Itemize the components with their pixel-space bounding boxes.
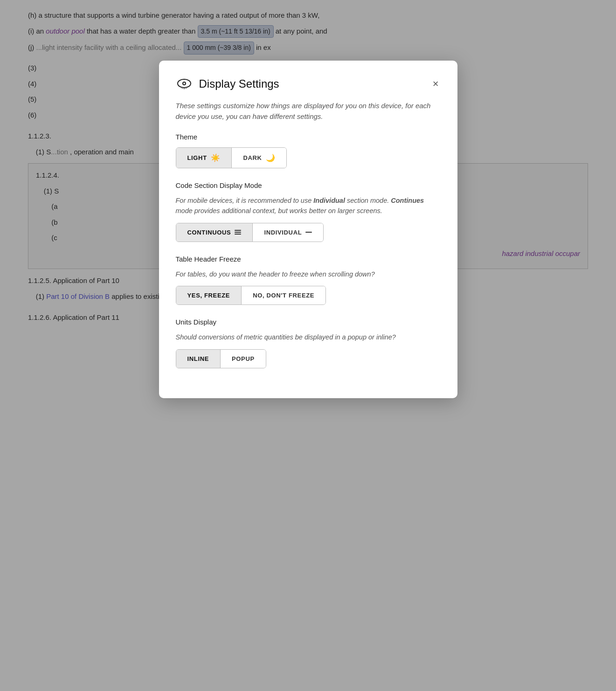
modal-title: Display Settings [199, 77, 279, 90]
individual-button[interactable]: INDIVIDUAL [252, 223, 323, 242]
continuous-button[interactable]: CONTINUOUS [176, 223, 253, 242]
modal-header-left: Display Settings [176, 76, 279, 92]
code-desc-part1: For mobile devices, it is recommended to… [176, 197, 314, 204]
code-desc-bold2: Continues [391, 197, 424, 204]
modal-header: Display Settings × [176, 76, 441, 92]
code-section-description: For mobile devices, it is recommended to… [176, 196, 441, 216]
code-desc-part2: section mode. [345, 197, 391, 204]
no-freeze-label: NO, DON'T FREEZE [253, 292, 314, 299]
yes-freeze-button[interactable]: YES, FREEZE [176, 286, 242, 304]
continuous-label: CONTINUOUS [187, 229, 231, 236]
inline-button[interactable]: INLINE [176, 350, 221, 368]
svg-point-3 [181, 88, 183, 89]
display-settings-modal: Display Settings × These settings custom… [159, 61, 457, 398]
table-freeze-toggle-group: YES, FREEZE NO, DON'T FREEZE [176, 286, 326, 305]
yes-freeze-label: YES, FREEZE [187, 292, 230, 299]
modal-description: These settings customize how things are … [176, 101, 441, 122]
code-desc-bold1: Individual [313, 197, 345, 204]
code-section-toggle-group: CONTINUOUS INDIVIDUAL [176, 223, 324, 242]
code-section-display: Code Section Display Mode For mobile dev… [176, 181, 441, 242]
theme-section: Theme LIGHT ☀️ DARK 🌙 [176, 133, 441, 168]
sun-icon: ☀️ [211, 153, 221, 162]
units-section: Units Display Should conversions of metr… [176, 318, 441, 368]
table-freeze-section: Table Header Freeze For tables, do you w… [176, 255, 441, 305]
units-toggle-group: INLINE POPUP [176, 349, 266, 368]
theme-dark-label: DARK [243, 154, 262, 161]
units-description: Should conversions of metric quantities … [176, 332, 441, 343]
units-label: Units Display [176, 318, 441, 326]
popup-button[interactable]: POPUP [220, 350, 266, 368]
close-button[interactable]: × [431, 77, 441, 91]
theme-label: Theme [176, 133, 441, 141]
inline-label: INLINE [187, 355, 209, 362]
dash-icon [305, 232, 312, 233]
svg-point-4 [183, 88, 185, 90]
lines-icon [235, 230, 241, 235]
eye-icon [176, 76, 193, 92]
modal-overlay: Display Settings × These settings custom… [0, 0, 616, 691]
moon-icon: 🌙 [266, 153, 276, 162]
no-freeze-button[interactable]: NO, DON'T FREEZE [241, 286, 325, 304]
code-section-label: Code Section Display Mode [176, 181, 441, 189]
table-freeze-label: Table Header Freeze [176, 255, 441, 263]
theme-light-button[interactable]: LIGHT ☀️ [176, 148, 232, 168]
table-freeze-description: For tables, do you want the header to fr… [176, 269, 441, 280]
individual-label: INDIVIDUAL [264, 229, 302, 236]
theme-toggle-group: LIGHT ☀️ DARK 🌙 [176, 147, 287, 168]
svg-point-5 [185, 88, 187, 89]
popup-label: POPUP [232, 355, 255, 362]
theme-dark-button[interactable]: DARK 🌙 [231, 148, 286, 168]
svg-point-2 [183, 83, 185, 84]
code-desc-part3: mode provides additional context, but wo… [176, 207, 382, 214]
theme-light-label: LIGHT [187, 154, 207, 161]
